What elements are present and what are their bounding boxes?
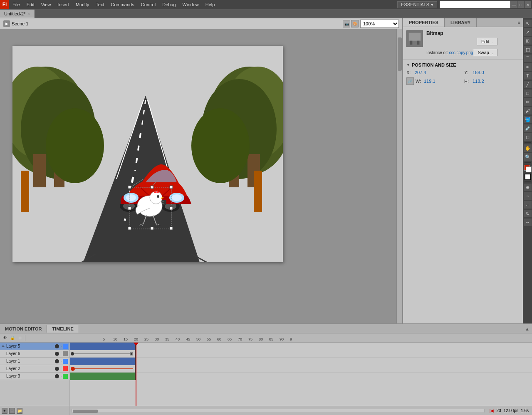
restore-button[interactable]: □ — [517, 1, 524, 8]
menu-insert[interactable]: Insert — [54, 1, 72, 8]
edit-button[interactable]: Edit... — [477, 38, 497, 45]
timeline-tabs: MOTION EDITOR TIMELINE ▲ — [0, 324, 532, 333]
search-input[interactable] — [440, 2, 510, 7]
tab-motion-editor[interactable]: MOTION EDITOR — [0, 325, 47, 333]
eraser-tool[interactable]: ◻ — [524, 133, 532, 141]
timeline-frames[interactable] — [70, 343, 532, 406]
playhead[interactable] — [136, 343, 136, 406]
tab-properties[interactable]: PROPERTIES — [403, 18, 445, 27]
layer-5-vis[interactable] — [55, 344, 59, 348]
zoom-select[interactable]: 100% 50% 200% Fit in Window — [360, 20, 399, 28]
menu-debug[interactable]: Debug — [159, 1, 179, 8]
w-value[interactable]: 119.1 — [424, 79, 435, 84]
hscroll-track[interactable] — [72, 409, 485, 413]
tab-timeline[interactable]: TIMELINE — [47, 325, 79, 333]
arrow-tool[interactable]: ↖ — [524, 19, 532, 27]
rect-tool[interactable]: □ — [524, 89, 532, 97]
lock-icon[interactable]: 🔒 — [9, 335, 16, 341]
menu-help[interactable]: Help — [202, 1, 218, 8]
svg-rect-53 — [170, 207, 173, 210]
horizontal-scrollbar-area[interactable] — [70, 406, 486, 415]
delete-layer-icon[interactable]: − — [9, 408, 15, 414]
pen-tool[interactable]: ✒ — [524, 63, 532, 71]
eye-icon[interactable]: 👁 — [2, 335, 8, 341]
timeline-collapse-icon[interactable]: ▲ — [522, 325, 532, 333]
menu-text[interactable]: Text — [92, 1, 107, 8]
menu-commands[interactable]: Commands — [107, 1, 137, 8]
document-tab[interactable]: Untitled-2* ✕ — [0, 10, 35, 18]
layer-6-vis[interactable] — [55, 352, 59, 356]
subselect-tool[interactable]: ↗ — [524, 28, 532, 36]
stage-wrapper[interactable] — [0, 29, 402, 323]
smooth-tool[interactable]: ~ — [524, 192, 532, 200]
layer-1-vis[interactable] — [55, 359, 59, 363]
menu-window[interactable]: Window — [179, 1, 202, 8]
free-transform-tool[interactable]: ⊞ — [524, 37, 532, 45]
text-tool[interactable]: T — [524, 72, 532, 80]
menu-bar: Fl File Edit View Insert Modify Text Com… — [0, 0, 532, 9]
essentials-button[interactable]: ESSENTIALS ▾ — [397, 1, 437, 8]
ruler-65: 65 — [228, 337, 232, 341]
close-button[interactable]: ✕ — [525, 1, 531, 8]
lasso-tool[interactable]: ⌒ — [524, 54, 532, 62]
gradient-tool[interactable]: ◫ — [524, 45, 532, 54]
paint-bucket-tool[interactable]: 🪣 — [524, 115, 532, 124]
swap-button[interactable]: Swap... — [473, 49, 497, 56]
vscroll-thumb[interactable] — [398, 37, 402, 71]
color-icon[interactable]: 🎨 — [351, 20, 359, 27]
layer-5-lock[interactable]: · — [60, 344, 62, 348]
scene-label: ▶ Scene 1 — [3, 20, 28, 27]
pencil-tool[interactable]: ✏ — [524, 98, 532, 106]
panel-collapse-icon[interactable]: ≡ — [515, 18, 523, 27]
menu-edit[interactable]: Edit — [23, 1, 38, 8]
svg-rect-50 — [151, 186, 153, 189]
layer-3-lock[interactable]: · — [60, 374, 62, 378]
tool-separator-3 — [525, 181, 531, 182]
outline-icon[interactable]: □ — [17, 335, 23, 341]
layer-6-lock[interactable]: · — [60, 352, 62, 356]
folder-icon[interactable]: 📁 — [17, 408, 22, 414]
rotate-tool[interactable]: ↻ — [524, 209, 532, 218]
camera-icon[interactable]: 📷 — [343, 20, 350, 27]
menu-control[interactable]: Control — [138, 1, 159, 8]
menu-view[interactable]: View — [38, 1, 54, 8]
panel-tabs: PROPERTIES LIBRARY ≡ — [403, 18, 523, 27]
search-box[interactable] — [440, 1, 510, 8]
tab-close-icon[interactable]: ✕ — [27, 12, 30, 16]
essentials-area: ESSENTIALS ▾ — [397, 1, 437, 8]
brush-tool[interactable]: 🖌 — [524, 107, 532, 115]
fill-color-swatch[interactable] — [525, 174, 531, 180]
straighten-tool[interactable]: ⌐ — [524, 201, 532, 209]
menu-modify[interactable]: Modify — [72, 1, 92, 8]
line-tool[interactable]: ╱ — [524, 80, 532, 89]
status-bar: |◀ 20 12.0 fps 1.6s — [486, 406, 532, 415]
vertical-scrollbar[interactable] — [396, 29, 402, 323]
layer-1-lock[interactable]: · — [60, 359, 62, 363]
snap-toggle[interactable]: ⊕ — [524, 183, 532, 191]
scale-tool[interactable]: ↔ — [524, 218, 532, 226]
layer-row-3[interactable]: ✏ Layer 3 · — [0, 373, 69, 380]
zoom-tool[interactable]: 🔍 — [524, 153, 532, 161]
stroke-color-swatch[interactable] — [524, 165, 532, 172]
layer-2-lock[interactable]: · — [60, 367, 62, 371]
minimize-button[interactable]: — — [510, 1, 517, 8]
add-layer-icon[interactable]: + — [2, 408, 7, 414]
layer-3-vis[interactable] — [55, 374, 59, 378]
menu-file[interactable]: File — [9, 1, 23, 8]
ruler-40: 40 — [176, 337, 180, 341]
stage[interactable] — [12, 46, 283, 262]
h-value[interactable]: 118.2 — [473, 79, 484, 84]
x-value[interactable]: 207.4 — [415, 70, 426, 75]
layer-2-vis[interactable] — [55, 367, 59, 371]
position-section-header[interactable]: ▼ POSITION AND SIZE — [406, 62, 520, 67]
hscroll-thumb[interactable] — [73, 410, 98, 413]
layer-row-5[interactable]: ✏ Layer 5 · — [0, 343, 69, 350]
layer-row-6[interactable]: ✏ Layer 6 · — [0, 350, 69, 358]
tab-library[interactable]: LIBRARY — [445, 18, 477, 27]
hand-tool[interactable]: ✋ — [524, 144, 532, 152]
eyedropper-tool[interactable]: 💉 — [524, 124, 532, 132]
layer-row-2[interactable]: ✏ Layer 2 · — [0, 365, 69, 373]
layer-row-1[interactable]: ✏ Layer 1 · — [0, 358, 69, 365]
y-value[interactable]: 188.0 — [473, 70, 484, 75]
layer-3-filled-frames — [70, 373, 136, 380]
